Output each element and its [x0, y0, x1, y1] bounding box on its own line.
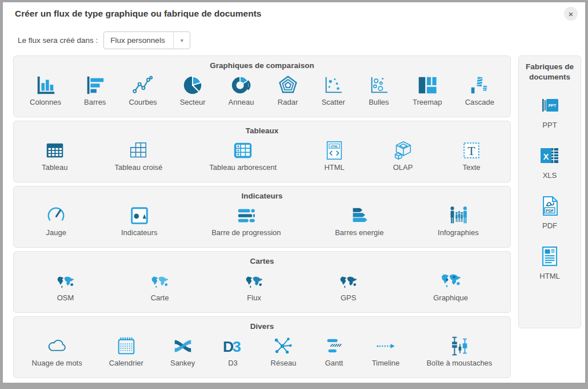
html-icon [323, 136, 345, 161]
item-label: Flux [247, 293, 261, 302]
flux-map-icon [245, 267, 263, 292]
item-label: Jauge [46, 228, 66, 237]
item-label: OSM [57, 293, 74, 302]
create-flux-dialog: Créer un flux de type graphique ou fabri… [3, 2, 585, 383]
item-olap[interactable]: OLAP [392, 136, 414, 172]
item-tableau-arborescent[interactable]: Tableau arborescent [209, 136, 277, 172]
item-cascade[interactable]: Cascade [465, 71, 494, 106]
item-ppt[interactable]: PPT [538, 94, 561, 129]
item-flux[interactable]: Flux [245, 267, 263, 302]
item-osm[interactable]: OSM [56, 267, 75, 302]
scatter-icon [322, 71, 344, 96]
chevron-down-icon: ▾ [173, 32, 190, 49]
item-label: Timeline [372, 359, 400, 367]
nuage-de-mots-icon [46, 332, 68, 357]
tableau-icon [44, 136, 66, 161]
item-timeline[interactable]: Timeline [372, 332, 400, 367]
item-label: Tableau arborescent [209, 163, 277, 172]
item-label: PPT [542, 121, 557, 129]
item-label: Barres [84, 98, 106, 106]
section-title: Graphiques de comparaison [14, 56, 510, 70]
item-gantt[interactable]: Gantt [323, 332, 345, 367]
item-sankey[interactable]: Sankey [170, 332, 195, 367]
item-pdf[interactable]: PDF [538, 194, 561, 230]
olap-icon [392, 136, 414, 161]
item-jauge[interactable]: Jauge [45, 201, 67, 237]
item-label: Graphique [433, 293, 468, 302]
item-carte[interactable]: Carte [150, 267, 169, 302]
section-cartes: Cartes OSM Carte Flux GPS [13, 251, 511, 313]
item-label: Courbes [129, 98, 157, 106]
graphique-map-icon [440, 267, 462, 292]
treemap-icon [417, 71, 438, 96]
section-indicateurs: Indicateurs Jauge Indicateurs Barre de p… [13, 186, 511, 248]
item-label: Tableau croisé [115, 163, 163, 172]
destination-label: Le flux sera créé dans : [18, 36, 98, 45]
item-indicateurs[interactable]: Indicateurs [121, 201, 158, 237]
section-divers: Divers Nuage de mots Calendrier Sankey D… [13, 316, 511, 378]
selected-destination: Flux personnels [104, 32, 173, 49]
radar-icon [277, 71, 299, 96]
courbes-icon [132, 71, 154, 96]
item-radar[interactable]: Radar [277, 71, 299, 106]
item-secteur[interactable]: Secteur [180, 71, 206, 106]
item-html[interactable]: HTML [323, 136, 345, 172]
item-anneau[interactable]: Anneau [229, 71, 254, 106]
item-treemap[interactable]: Treemap [413, 71, 442, 106]
calendrier-icon [115, 332, 137, 357]
item-colonnes[interactable]: Colonnes [30, 71, 61, 106]
chart-type-sections: Graphiques de comparaison Colonnes Barre… [13, 55, 511, 382]
item-scatter[interactable]: Scatter [322, 71, 345, 106]
item-label: Barre de progression [211, 228, 281, 237]
item-boite-a-moustaches[interactable]: Boîte à moustaches [426, 332, 492, 367]
d3-icon [222, 332, 243, 357]
item-d3[interactable]: D3 [222, 332, 243, 367]
barre-progression-icon [235, 201, 257, 227]
item-infographies[interactable]: Infographies [438, 201, 479, 237]
xls-icon [538, 144, 561, 167]
item-barres-energie[interactable]: Barres energie [335, 201, 383, 237]
item-label: Treemap [413, 98, 442, 106]
close-icon[interactable]: × [564, 7, 578, 21]
item-xls[interactable]: XLS [538, 144, 561, 180]
item-label: Carte [151, 293, 169, 302]
item-tableau-croise[interactable]: Tableau croisé [115, 136, 163, 172]
barres-energie-icon [349, 201, 370, 227]
sankey-icon [172, 332, 194, 357]
colonnes-icon [35, 71, 57, 96]
section-tableaux: Tableaux Tableau Tableau croisé Tableau … [13, 121, 511, 182]
item-texte[interactable]: Texte [461, 136, 482, 172]
item-label: Réseau [271, 359, 297, 367]
item-label: GPS [341, 293, 356, 302]
item-label: Indicateurs [121, 228, 158, 237]
item-label: D3 [228, 359, 238, 367]
item-barres[interactable]: Barres [84, 71, 106, 106]
item-label: Barres energie [335, 228, 383, 237]
item-nuage-de-mots[interactable]: Nuage de mots [32, 332, 82, 367]
item-barre-progression[interactable]: Barre de progression [211, 201, 281, 237]
pdf-icon [538, 194, 561, 217]
item-label: Texte [462, 163, 480, 172]
item-label: Infographies [438, 228, 479, 237]
item-reseau[interactable]: Réseau [271, 332, 297, 367]
item-calendrier[interactable]: Calendrier [109, 332, 143, 367]
ppt-icon [538, 94, 561, 117]
item-label: XLS [543, 171, 557, 180]
tableau-arborescent-icon [232, 136, 254, 161]
item-label: PDF [542, 221, 557, 230]
item-html-doc[interactable]: HTML [538, 245, 561, 280]
item-label: HTML [324, 163, 344, 172]
item-graphique[interactable]: Graphique [433, 267, 468, 302]
flux-destination-select[interactable]: Flux personnels ▾ [103, 31, 190, 49]
boite-a-moustaches-icon [449, 332, 470, 357]
item-courbes[interactable]: Courbes [129, 71, 157, 106]
item-label: Boîte à moustaches [426, 359, 492, 367]
document-factory-title: Fabriques de documents [519, 56, 581, 82]
item-label: Cascade [465, 98, 494, 106]
item-tableau[interactable]: Tableau [42, 136, 68, 172]
section-title: Divers [14, 317, 510, 331]
gps-map-icon [339, 267, 358, 292]
item-bulles[interactable]: Bulles [368, 71, 390, 106]
item-gps[interactable]: GPS [339, 267, 358, 302]
osm-map-icon [56, 267, 75, 292]
